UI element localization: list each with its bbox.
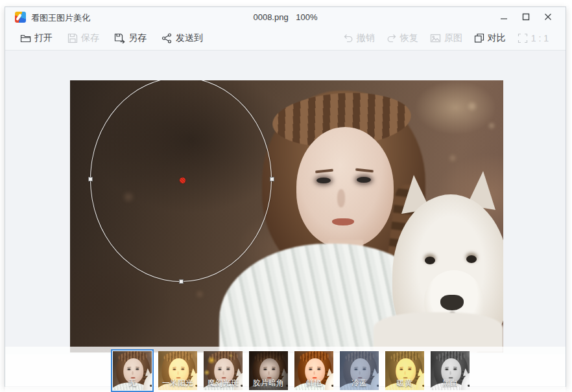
top-toolbar: 打开 保存 另存 发送到 撤销 xyxy=(5,27,566,51)
filter-thumb-magic-bokeh[interactable]: 魔幻光斑 xyxy=(204,351,243,390)
undo-icon xyxy=(343,33,353,43)
compare-icon xyxy=(474,33,484,43)
save-as-icon xyxy=(114,33,125,43)
minimize-icon[interactable] xyxy=(493,7,515,27)
selection-handle-bottom[interactable] xyxy=(179,279,184,284)
redo-icon xyxy=(387,33,397,43)
filter-thumb-sunshine[interactable]: 一米阳光 xyxy=(158,351,197,390)
document-title: 0008.png 100% xyxy=(5,12,566,22)
one-to-one-icon xyxy=(518,33,528,43)
original-image-icon xyxy=(430,33,441,43)
send-to-button[interactable]: 发送到 xyxy=(161,32,203,44)
filter-thumb-film-vignette[interactable]: 胶片暗角 xyxy=(249,351,288,390)
file-name: 0008.png xyxy=(253,12,288,22)
main-area: 无 一米阳光 xyxy=(5,51,566,354)
save-as-button[interactable]: 另存 xyxy=(114,32,147,44)
save-icon xyxy=(67,33,78,43)
redo-button[interactable]: 恢复 xyxy=(387,32,418,44)
undo-button[interactable]: 撤销 xyxy=(343,32,375,44)
title-bar: 看图王图片美化 0008.png 100% xyxy=(5,7,566,27)
filter-thumb-none[interactable]: 无 xyxy=(113,351,152,390)
save-button[interactable]: 保存 xyxy=(67,32,99,44)
original-image-button[interactable]: 原图 xyxy=(430,32,462,44)
app-window: 看图王图片美化 0008.png 100% xyxy=(0,0,572,392)
send-to-icon xyxy=(161,33,173,43)
selection-center-marker[interactable] xyxy=(180,178,185,183)
maximize-icon[interactable] xyxy=(515,7,537,27)
photo-canvas[interactable] xyxy=(70,80,503,352)
close-icon[interactable] xyxy=(537,7,559,27)
filter-strip: 无 一米阳光 xyxy=(5,347,566,392)
selection-handle-right[interactable] xyxy=(270,177,274,181)
compare-button[interactable]: 对比 xyxy=(474,32,506,44)
filter-thumb-black-white[interactable]: 黑白 xyxy=(431,351,470,390)
folder-open-icon xyxy=(20,33,31,43)
filter-thumb-cool-blue[interactable]: 冷蓝 xyxy=(340,351,379,390)
zoom-level: 100% xyxy=(296,12,317,22)
filter-thumb-vivid[interactable]: 鲜艳 xyxy=(294,351,333,390)
selection-handle-left[interactable] xyxy=(88,177,93,181)
actual-size-button[interactable]: 1 : 1 xyxy=(518,32,549,44)
filter-thumb-warm-yellow[interactable]: 暖黄 xyxy=(385,351,424,390)
open-button[interactable]: 打开 xyxy=(20,32,53,44)
